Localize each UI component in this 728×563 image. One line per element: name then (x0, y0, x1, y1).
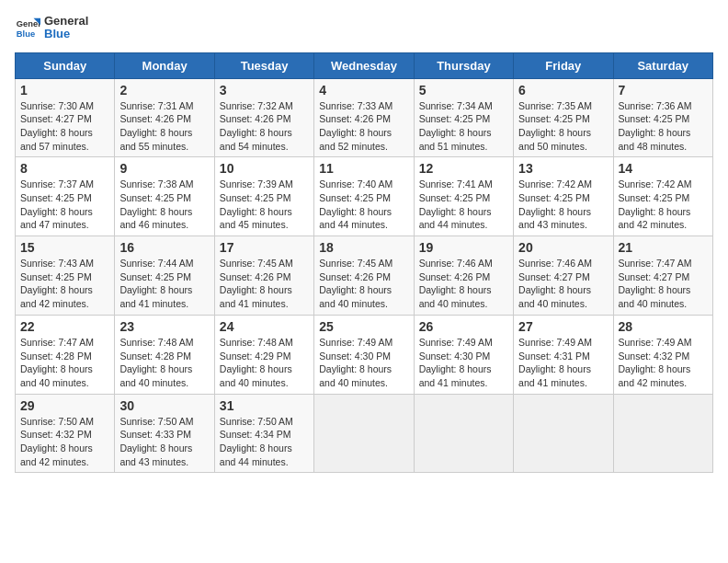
cell-details: Sunrise: 7:43 AMSunset: 4:25 PMDaylight:… (20, 258, 94, 309)
weekday-header-monday: Monday (115, 52, 214, 78)
calendar-cell: 25Sunrise: 7:49 AMSunset: 4:30 PMDayligh… (314, 315, 414, 394)
weekday-header-row: SundayMondayTuesdayWednesdayThursdayFrid… (16, 52, 713, 78)
calendar-week-3: 15Sunrise: 7:43 AMSunset: 4:25 PMDayligh… (16, 236, 713, 316)
calendar-cell: 2Sunrise: 7:31 AMSunset: 4:26 PMDaylight… (115, 78, 214, 157)
calendar-cell: 18Sunrise: 7:45 AMSunset: 4:26 PMDayligh… (314, 236, 414, 316)
cell-details: Sunrise: 7:49 AMSunset: 4:32 PMDaylight:… (619, 337, 692, 388)
day-number: 18 (319, 240, 408, 255)
cell-details: Sunrise: 7:46 AMSunset: 4:27 PMDaylight:… (518, 258, 592, 309)
cell-details: Sunrise: 7:32 AMSunset: 4:26 PMDaylight:… (220, 100, 293, 152)
cell-details: Sunrise: 7:50 AMSunset: 4:34 PMDaylight:… (220, 416, 293, 467)
cell-details: Sunrise: 7:49 AMSunset: 4:31 PMDaylight:… (518, 337, 592, 388)
calendar-cell: 1Sunrise: 7:30 AMSunset: 4:27 PMDaylight… (16, 78, 115, 157)
day-number: 28 (619, 319, 708, 334)
day-number: 20 (518, 240, 608, 255)
day-number: 30 (119, 398, 209, 413)
calendar-cell: 30Sunrise: 7:50 AMSunset: 4:33 PMDayligh… (115, 394, 214, 473)
calendar-cell: 19Sunrise: 7:46 AMSunset: 4:26 PMDayligh… (414, 236, 513, 316)
cell-details: Sunrise: 7:40 AMSunset: 4:25 PMDaylight:… (319, 178, 392, 230)
calendar-cell: 29Sunrise: 7:50 AMSunset: 4:32 PMDayligh… (16, 394, 115, 473)
weekday-header-wednesday: Wednesday (314, 52, 414, 78)
calendar-week-5: 29Sunrise: 7:50 AMSunset: 4:32 PMDayligh… (16, 394, 713, 473)
day-number: 25 (319, 319, 408, 334)
cell-details: Sunrise: 7:47 AMSunset: 4:28 PMDaylight:… (20, 337, 94, 388)
cell-details: Sunrise: 7:41 AMSunset: 4:25 PMDaylight:… (419, 178, 493, 230)
calendar-week-4: 22Sunrise: 7:47 AMSunset: 4:28 PMDayligh… (16, 315, 713, 394)
day-number: 5 (419, 83, 508, 98)
calendar-cell: 22Sunrise: 7:47 AMSunset: 4:28 PMDayligh… (16, 315, 115, 394)
day-number: 11 (319, 161, 408, 176)
cell-details: Sunrise: 7:38 AMSunset: 4:25 PMDaylight:… (119, 178, 193, 230)
calendar-cell: 16Sunrise: 7:44 AMSunset: 4:25 PMDayligh… (115, 236, 214, 316)
cell-details: Sunrise: 7:48 AMSunset: 4:29 PMDaylight:… (220, 337, 293, 388)
day-number: 16 (119, 240, 209, 255)
calendar-cell: 11Sunrise: 7:40 AMSunset: 4:25 PMDayligh… (314, 157, 414, 236)
day-number: 23 (119, 319, 209, 334)
calendar-cell: 15Sunrise: 7:43 AMSunset: 4:25 PMDayligh… (16, 236, 115, 316)
cell-details: Sunrise: 7:50 AMSunset: 4:32 PMDaylight:… (20, 416, 94, 467)
day-number: 10 (220, 161, 309, 176)
cell-details: Sunrise: 7:36 AMSunset: 4:25 PMDaylight:… (619, 100, 692, 152)
cell-details: Sunrise: 7:49 AMSunset: 4:30 PMDaylight:… (319, 337, 392, 388)
cell-details: Sunrise: 7:45 AMSunset: 4:26 PMDaylight:… (220, 258, 293, 309)
page-header: General Blue General Blue (15, 15, 713, 41)
cell-details: Sunrise: 7:44 AMSunset: 4:25 PMDaylight:… (119, 258, 193, 309)
weekday-header-friday: Friday (514, 52, 613, 78)
calendar-week-1: 1Sunrise: 7:30 AMSunset: 4:27 PMDaylight… (16, 78, 713, 157)
cell-details: Sunrise: 7:30 AMSunset: 4:27 PMDaylight:… (20, 100, 94, 152)
calendar-cell: 3Sunrise: 7:32 AMSunset: 4:26 PMDaylight… (214, 78, 313, 157)
calendar-cell (514, 394, 613, 473)
logo-blue: Blue (44, 28, 88, 40)
cell-details: Sunrise: 7:46 AMSunset: 4:26 PMDaylight:… (419, 258, 493, 309)
calendar-cell: 20Sunrise: 7:46 AMSunset: 4:27 PMDayligh… (514, 236, 613, 316)
cell-details: Sunrise: 7:31 AMSunset: 4:26 PMDaylight:… (119, 100, 193, 152)
cell-details: Sunrise: 7:37 AMSunset: 4:25 PMDaylight:… (20, 178, 94, 230)
calendar-cell: 24Sunrise: 7:48 AMSunset: 4:29 PMDayligh… (214, 315, 313, 394)
day-number: 12 (419, 161, 508, 176)
calendar-cell: 4Sunrise: 7:33 AMSunset: 4:26 PMDaylight… (314, 78, 414, 157)
day-number: 24 (220, 319, 309, 334)
day-number: 14 (619, 161, 708, 176)
cell-details: Sunrise: 7:48 AMSunset: 4:28 PMDaylight:… (119, 337, 193, 388)
day-number: 17 (220, 240, 309, 255)
calendar-cell: 31Sunrise: 7:50 AMSunset: 4:34 PMDayligh… (214, 394, 313, 473)
svg-text:Blue: Blue (17, 30, 35, 40)
day-number: 27 (518, 319, 608, 334)
calendar-cell: 10Sunrise: 7:39 AMSunset: 4:25 PMDayligh… (214, 157, 313, 236)
logo-general: General (44, 15, 88, 28)
day-number: 31 (220, 398, 309, 413)
day-number: 19 (419, 240, 508, 255)
cell-details: Sunrise: 7:50 AMSunset: 4:33 PMDaylight:… (119, 416, 193, 467)
calendar-cell: 28Sunrise: 7:49 AMSunset: 4:32 PMDayligh… (613, 315, 712, 394)
cell-details: Sunrise: 7:42 AMSunset: 4:25 PMDaylight:… (619, 178, 692, 230)
day-number: 3 (220, 83, 309, 98)
day-number: 2 (119, 83, 209, 98)
cell-details: Sunrise: 7:47 AMSunset: 4:27 PMDaylight:… (619, 258, 692, 309)
calendar-cell: 8Sunrise: 7:37 AMSunset: 4:25 PMDaylight… (16, 157, 115, 236)
cell-details: Sunrise: 7:49 AMSunset: 4:30 PMDaylight:… (419, 337, 493, 388)
calendar-cell: 26Sunrise: 7:49 AMSunset: 4:30 PMDayligh… (414, 315, 513, 394)
calendar-cell: 14Sunrise: 7:42 AMSunset: 4:25 PMDayligh… (613, 157, 712, 236)
calendar-cell (314, 394, 414, 473)
calendar-cell: 9Sunrise: 7:38 AMSunset: 4:25 PMDaylight… (115, 157, 214, 236)
day-number: 8 (20, 161, 109, 176)
logo-icon: General Blue (15, 15, 40, 40)
cell-details: Sunrise: 7:45 AMSunset: 4:26 PMDaylight:… (319, 258, 392, 309)
calendar-cell: 23Sunrise: 7:48 AMSunset: 4:28 PMDayligh… (115, 315, 214, 394)
day-number: 13 (518, 161, 608, 176)
weekday-header-sunday: Sunday (16, 52, 115, 78)
day-number: 29 (20, 398, 109, 413)
weekday-header-saturday: Saturday (613, 52, 712, 78)
weekday-header-tuesday: Tuesday (214, 52, 313, 78)
cell-details: Sunrise: 7:42 AMSunset: 4:25 PMDaylight:… (518, 178, 592, 230)
calendar-cell: 27Sunrise: 7:49 AMSunset: 4:31 PMDayligh… (514, 315, 613, 394)
day-number: 22 (20, 319, 109, 334)
day-number: 6 (518, 83, 608, 98)
calendar-week-2: 8Sunrise: 7:37 AMSunset: 4:25 PMDaylight… (16, 157, 713, 236)
day-number: 9 (119, 161, 209, 176)
calendar-table: SundayMondayTuesdayWednesdayThursdayFrid… (15, 52, 713, 474)
day-number: 26 (419, 319, 508, 334)
day-number: 21 (619, 240, 708, 255)
cell-details: Sunrise: 7:33 AMSunset: 4:26 PMDaylight:… (319, 100, 392, 152)
day-number: 7 (619, 83, 708, 98)
